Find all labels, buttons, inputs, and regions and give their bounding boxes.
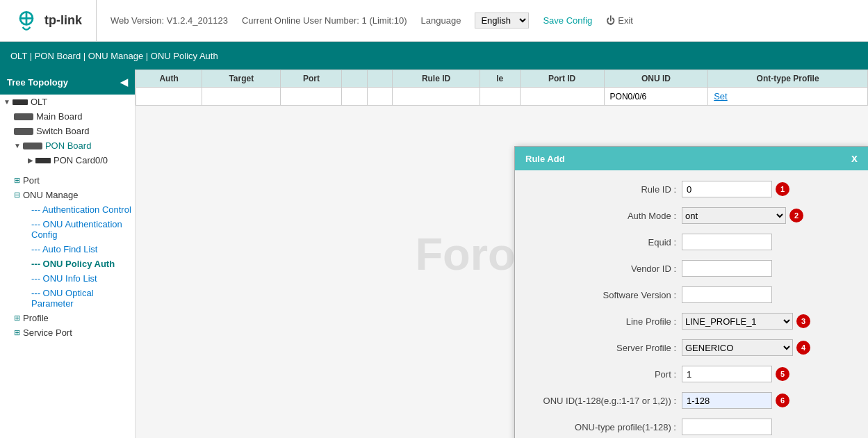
- cell-port-id-val: [520, 88, 604, 106]
- language-select[interactable]: English Chinese: [475, 13, 529, 29]
- equid-label: Equid :: [529, 237, 682, 248]
- sidebar-title: Tree Topology: [7, 77, 68, 88]
- server-profile-select[interactable]: GENERICO: [682, 339, 793, 356]
- auth-mode-label: Auth Mode :: [529, 211, 682, 221]
- form-row-server-profile: Server Profile : GENERICO 4: [529, 339, 854, 356]
- sidebar-item-onu-auth-config[interactable]: --- ONU Authentication Config: [0, 217, 135, 242]
- sidebar-item-main-board[interactable]: Main Board: [0, 109, 135, 124]
- onu-info-list-label: ONU Info List: [43, 273, 97, 284]
- rule-id-label: Rule ID :: [529, 184, 682, 195]
- col-empty: [342, 70, 367, 88]
- server-profile-label: Server Profile :: [529, 343, 682, 353]
- auth-control-label: Authentication Control: [42, 204, 131, 215]
- sidebar-item-onu-manage[interactable]: ⊟ ONU Manage: [0, 188, 135, 202]
- expand-icon: ▼: [3, 98, 10, 106]
- service-port-folder-icon: ⊞: [14, 328, 20, 337]
- auto-find-dash: ---: [31, 244, 42, 254]
- auth-control-dash: ---: [31, 204, 42, 215]
- sidebar-item-auto-find[interactable]: --- Auto Find List: [0, 242, 135, 257]
- vendor-id-input[interactable]: [682, 260, 772, 277]
- port-label: Port: [23, 175, 40, 186]
- main-table: Auth Target Port Rule ID le Port ID ONU …: [136, 70, 868, 106]
- olt-device-icon: [13, 99, 28, 105]
- form-row-line-profile: Line Profile : LINE_PROFLE_1 3: [529, 313, 854, 330]
- onu-auth-config-dash: ---: [31, 219, 43, 229]
- language-label: Language: [421, 15, 461, 26]
- col-empty2: [367, 70, 392, 88]
- olt-label: OLT: [31, 97, 47, 107]
- onu-type-profile-input[interactable]: [682, 419, 772, 435]
- switch-board-icon: [14, 128, 33, 135]
- cell-port: [281, 88, 342, 106]
- breadcrumb: OLT | PON Board | ONU Manage | ONU Polic…: [10, 51, 218, 61]
- main-board-label: Main Board: [36, 111, 82, 122]
- onu-info-list-dash: ---: [31, 273, 43, 284]
- vendor-id-label: Vendor ID :: [529, 263, 682, 274]
- cell-target: [202, 88, 281, 106]
- auth-mode-select[interactable]: ont mac loid: [682, 207, 786, 224]
- sidebar-collapse-arrow[interactable]: ◀: [120, 76, 128, 88]
- modal-close-button[interactable]: x: [851, 152, 858, 165]
- set-link[interactable]: Set: [714, 91, 728, 102]
- form-row-onu-type-profile: ONU-type profile(1-128) :: [529, 419, 854, 435]
- col-le: le: [480, 70, 520, 88]
- sidebar-item-olt[interactable]: ▼ OLT: [0, 95, 135, 109]
- sidebar-item-pon-board[interactable]: ▼ PON Board: [0, 138, 135, 153]
- onu-id-label: ONU ID(1-128(e.g.:1-17 or 1,2)) :: [529, 396, 682, 406]
- sidebar-item-auth-control[interactable]: --- Authentication Control: [0, 202, 135, 217]
- logo-area: tp-link: [0, 0, 97, 41]
- header-info: Web Version: V1.2.4_201123 Current Onlin…: [97, 13, 868, 29]
- port-input[interactable]: [682, 366, 772, 382]
- rule-id-input[interactable]: [682, 181, 772, 197]
- onu-id-input[interactable]: [682, 392, 772, 409]
- badge-6: 6: [776, 394, 789, 407]
- nav-bar: OLT | PON Board | ONU Manage | ONU Polic…: [0, 42, 868, 70]
- software-version-label: Software Version :: [529, 290, 682, 300]
- equid-input[interactable]: [682, 234, 772, 250]
- sidebar-item-onu-optical[interactable]: --- ONU Optical Parameter: [0, 286, 135, 311]
- badge-3: 3: [796, 314, 810, 328]
- form-row-vendor-id: Vendor ID :: [529, 260, 854, 277]
- col-ont-type-profile: Ont-type Profile: [708, 70, 868, 88]
- onu-policy-auth-dash: ---: [31, 259, 43, 269]
- sidebar-item-profile[interactable]: ⊞ Profile: [0, 311, 135, 325]
- pon-expand-icon: ▼: [14, 142, 21, 149]
- col-rule-id: Rule ID: [393, 70, 480, 88]
- software-version-input[interactable]: [682, 286, 772, 303]
- table-row: PON0/0/6 Set: [136, 88, 868, 106]
- sidebar-item-service-port[interactable]: ⊞ Service Port: [0, 325, 135, 340]
- modal-body: Rule ID : 1 Auth Mode : ont mac loid 2: [515, 170, 868, 438]
- pon-card-icon: [35, 158, 51, 163]
- cell-rule: [393, 88, 480, 106]
- save-config-link[interactable]: Save Config: [543, 15, 592, 26]
- form-row-equid: Equid :: [529, 234, 854, 250]
- sidebar-item-onu-info-list[interactable]: --- ONU Info List: [0, 271, 135, 286]
- onu-type-profile-label: ONU-type profile(1-128) :: [529, 422, 682, 432]
- sidebar-item-switch-board[interactable]: Switch Board: [0, 124, 135, 138]
- cell-empty2: [367, 88, 392, 106]
- sidebar-item-pon-card[interactable]: ▶ PON Card0/0: [0, 153, 135, 168]
- auto-find-label: Auto Find List: [42, 244, 98, 254]
- header: tp-link Web Version: V1.2.4_201123 Curre…: [0, 0, 868, 42]
- service-port-label: Service Port: [23, 327, 72, 338]
- port-label: Port :: [529, 369, 682, 380]
- profile-folder-icon: ⊞: [14, 314, 20, 323]
- pon-card-expand-icon: ▶: [28, 156, 33, 164]
- web-version: Web Version: V1.2.4_201123: [110, 15, 228, 26]
- badge-5: 5: [776, 367, 789, 381]
- main-layout: Tree Topology ◀ ▼ OLT Main Board Switch …: [0, 70, 868, 438]
- onu-optical-dash: ---: [31, 288, 43, 298]
- form-row-onu-id: ONU ID(1-128(e.g.:1-17 or 1,2)) : 6: [529, 392, 854, 409]
- exit-button[interactable]: ⏻ Exit: [606, 15, 633, 26]
- sidebar-item-onu-policy-auth[interactable]: --- ONU Policy Auth: [0, 257, 135, 271]
- modal-title: Rule Add: [525, 154, 565, 164]
- profile-label: Profile: [23, 313, 49, 323]
- port-folder-icon: ⊞: [14, 176, 20, 185]
- pon-board-icon: [23, 143, 42, 149]
- sidebar-item-port[interactable]: ⊞ Port: [0, 173, 135, 188]
- line-profile-select[interactable]: LINE_PROFLE_1: [682, 313, 793, 330]
- cell-le: [480, 88, 520, 106]
- col-port: Port: [281, 70, 342, 88]
- cell-set[interactable]: Set: [708, 88, 868, 106]
- cell-empty: [342, 88, 367, 106]
